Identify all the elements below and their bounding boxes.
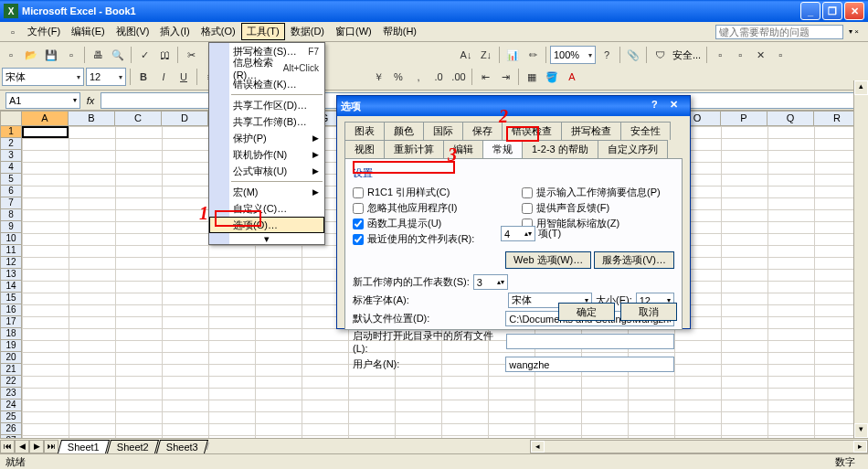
menu-item[interactable]: 宏(M)▶ [209, 184, 324, 200]
menu-item[interactable]: 共享工作区(D)… [209, 97, 324, 113]
fill-color-icon[interactable]: 🪣 [543, 68, 561, 86]
dec-decimal-icon[interactable]: .00 [450, 68, 468, 86]
comma-icon[interactable]: , [409, 68, 428, 86]
font-combo[interactable]: 宋体▾ [2, 68, 84, 86]
inc-indent-icon[interactable]: ⇥ [496, 68, 514, 86]
preview-icon[interactable]: 🔍 [109, 46, 127, 64]
startup-folder-input[interactable] [506, 334, 674, 349]
menu-item[interactable]: 联机协作(N)▶ [209, 146, 324, 163]
row-header[interactable]: 1 [0, 126, 22, 138]
menu-data[interactable]: 数据(D) [285, 23, 330, 40]
dialog-tab[interactable]: 1-2-3 的帮助 [522, 140, 598, 158]
underline-icon[interactable]: U [175, 68, 193, 86]
fontsize-combo[interactable]: 12▾ [86, 68, 126, 86]
service-options-button[interactable]: 服务选项(V)… [594, 251, 674, 269]
menu-item[interactable]: 错误检查(K)… [209, 76, 324, 92]
dialog-tab[interactable]: 国际 [423, 122, 463, 140]
menu-window[interactable]: 窗口(W) [330, 23, 377, 40]
menu-edit[interactable]: 编辑(E) [66, 23, 111, 40]
checkbox[interactable] [353, 187, 364, 198]
column-header[interactable]: P [721, 111, 767, 126]
dialog-tab[interactable]: 常规 [482, 140, 523, 158]
menu-view[interactable]: 视图(V) [111, 23, 155, 40]
row-header[interactable]: 22 [0, 376, 22, 388]
security-icon[interactable]: 🛡 [651, 46, 669, 64]
sheet-nav-button[interactable]: ◀ [15, 440, 29, 453]
close-button[interactable]: ✕ [844, 2, 864, 20]
column-header[interactable]: A [22, 111, 69, 126]
sort-desc-icon[interactable]: Z↓ [477, 46, 495, 64]
column-header[interactable]: C [115, 111, 162, 126]
menu-format[interactable]: 格式(O) [196, 23, 241, 40]
row-header[interactable]: 9 [0, 221, 22, 233]
dialog-tab[interactable]: 自定义序列 [598, 140, 668, 158]
tool-icon-2[interactable]: ▫ [731, 46, 749, 64]
scroll-left-icon[interactable]: ◂ [531, 441, 545, 453]
save-icon[interactable]: 💾 [42, 46, 60, 64]
row-header[interactable]: 17 [0, 316, 22, 328]
sheets-spinner[interactable]: 3▴▾ [473, 274, 508, 290]
row-header[interactable]: 11 [0, 245, 22, 257]
tool-icon-1[interactable]: ▫ [711, 46, 729, 64]
row-header[interactable]: 14 [0, 281, 22, 293]
percent-icon[interactable]: % [389, 68, 408, 86]
dialog-tab[interactable]: 重新计算 [384, 140, 444, 158]
menu-file[interactable]: 文件(F) [22, 23, 66, 40]
tool-icon-3[interactable]: ✕ [751, 46, 769, 64]
new-icon[interactable]: ▫ [2, 46, 20, 64]
ok-button[interactable]: 确定 [558, 303, 615, 321]
row-header[interactable]: 16 [0, 304, 22, 316]
checkbox[interactable] [353, 203, 364, 214]
tool-icon-4[interactable]: ▫ [771, 46, 789, 64]
dialog-tab[interactable]: 错误检查 [502, 122, 562, 140]
row-header[interactable]: 6 [0, 186, 22, 197]
column-header[interactable]: B [69, 111, 115, 126]
row-header[interactable]: 4 [0, 162, 22, 174]
scroll-up-icon[interactable]: ▴ [854, 80, 868, 95]
scroll-right-icon[interactable]: ▸ [853, 441, 867, 453]
security-label[interactable]: 安全... [671, 48, 703, 62]
help-search-input[interactable] [715, 25, 843, 39]
column-header[interactable]: D [162, 111, 208, 126]
permission-icon[interactable]: ▫ [62, 46, 80, 64]
menu-item[interactable]: 信息检索(R)…Alt+Click [209, 59, 324, 76]
menu-item[interactable]: 自定义(C)… [209, 200, 324, 217]
print-icon[interactable]: 🖶 [89, 46, 107, 64]
menu-item[interactable]: 选项(O)… [209, 217, 324, 233]
row-header[interactable]: 12 [0, 257, 22, 269]
dialog-tab[interactable]: 安全性 [620, 122, 671, 140]
active-cell[interactable] [22, 126, 69, 138]
row-header[interactable]: 21 [0, 364, 22, 376]
vertical-scrollbar[interactable]: ▴ ▾ [853, 80, 868, 438]
chart-icon[interactable]: 📊 [503, 46, 522, 64]
help-icon[interactable]: ? [598, 46, 616, 64]
dialog-tab[interactable]: 颜色 [384, 122, 424, 140]
sheet-tab[interactable]: Sheet2 [107, 440, 159, 453]
maximize-button[interactable]: ❐ [822, 2, 842, 20]
open-icon[interactable]: 📂 [22, 46, 40, 64]
sheet-tab[interactable]: Sheet1 [58, 440, 110, 453]
row-header[interactable]: 2 [0, 138, 22, 150]
menu-item[interactable]: 保护(P)▶ [209, 130, 324, 146]
row-header[interactable]: 26 [0, 423, 22, 435]
row-header[interactable]: 7 [0, 197, 22, 209]
italic-icon[interactable]: I [154, 68, 173, 86]
bold-icon[interactable]: B [134, 68, 153, 86]
dialog-help-button[interactable]: ? [651, 99, 668, 113]
row-header[interactable]: 13 [0, 269, 22, 281]
row-header[interactable]: 25 [0, 411, 22, 423]
dialog-tab[interactable]: 视图 [344, 140, 385, 158]
font-color-icon[interactable]: A [563, 68, 581, 86]
horizontal-scrollbar[interactable]: ◂ ▸ [530, 440, 868, 453]
row-header[interactable]: 15 [0, 293, 22, 304]
menu-insert[interactable]: 插入(I) [154, 23, 195, 40]
menu-tools[interactable]: 工具(T) [241, 23, 285, 40]
sheet-nav-button[interactable]: ⏮ [0, 440, 15, 453]
dec-indent-icon[interactable]: ⇤ [476, 68, 494, 86]
cancel-button[interactable]: 取消 [620, 303, 677, 321]
border-icon[interactable]: ▦ [523, 68, 541, 86]
expand-menu-icon[interactable]: ▾ [209, 233, 324, 244]
sheet-nav-button[interactable]: ▶ [29, 440, 44, 453]
menu-item[interactable]: 共享工作簿(B)… [209, 113, 324, 130]
menu-item[interactable]: 公式审核(U)▶ [209, 163, 324, 179]
